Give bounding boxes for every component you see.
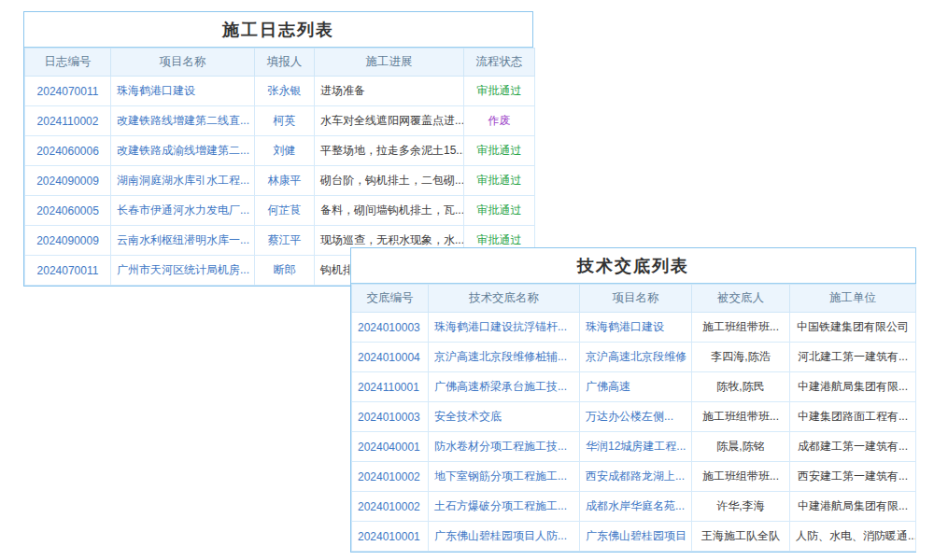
- project-name-link[interactable]: 改建铁路成渝线增建第二...: [117, 144, 249, 157]
- column-header-project: 项目名称: [580, 285, 692, 313]
- reporter-link[interactable]: 何芷茛: [268, 203, 302, 217]
- disclosure-table-row[interactable]: 2024010003 珠海鹤港口建设抗浮锚杆... 珠海鹤港口建设 施工班组带班…: [352, 313, 916, 343]
- disclosure-id-link[interactable]: 2024010002: [358, 500, 420, 513]
- reporter-link[interactable]: 张永银: [268, 84, 302, 97]
- unit-cell: 中建港航局集团有限...: [790, 492, 916, 522]
- log-id-link[interactable]: 2024090009: [36, 175, 99, 188]
- project-name-link[interactable]: 长春市伊通河水力发电厂...: [117, 203, 249, 217]
- project-name-link[interactable]: 成都水岸华庭名苑...: [586, 499, 685, 512]
- progress-cell: 平整场地，拉走多余泥土15...: [315, 136, 464, 166]
- disclosure-name-link[interactable]: 广东佛山碧桂园项目人防...: [434, 529, 567, 542]
- disclosure-name-link[interactable]: 地下室钢筋分项工程施工...: [434, 469, 567, 483]
- log-id-link[interactable]: 2024110002: [37, 115, 99, 128]
- disclosure-id-link[interactable]: 2024010004: [358, 351, 420, 364]
- disclosure-table-row[interactable]: 2024010002 土石方爆破分项工程施工... 成都水岸华庭名苑... 许华…: [352, 492, 916, 522]
- project-name-link[interactable]: 云南水利枢纽潜明水库一...: [117, 233, 249, 246]
- disclosure-name-link[interactable]: 土石方爆破分项工程施工...: [434, 499, 567, 512]
- reporter-link[interactable]: 刘健: [274, 144, 296, 157]
- column-header-disclosure-id: 交底编号: [352, 285, 429, 313]
- log-id-link[interactable]: 2024060005: [36, 204, 99, 217]
- status-badge: 审批通过: [477, 203, 522, 217]
- column-header-unit: 施工单位: [790, 285, 916, 313]
- progress-cell: 水车对全线遮阳网覆盖点进...: [315, 106, 464, 136]
- log-id-link[interactable]: 2024060006: [36, 145, 99, 158]
- unit-cell: 西安建工第一建筑有...: [790, 462, 916, 492]
- receiver-cell: 施工班组带班...: [692, 313, 790, 343]
- reporter-link[interactable]: 断郎: [274, 263, 296, 276]
- disclosure-table-row[interactable]: 2024110001 广佛高速桥梁承台施工技... 广佛高速 陈牧,陈民 中建港…: [352, 372, 916, 402]
- reporter-link[interactable]: 柯英: [274, 114, 296, 127]
- log-id-link[interactable]: 2024090009: [36, 234, 99, 247]
- receiver-cell: 陈牧,陈民: [692, 372, 790, 402]
- column-header-receiver: 被交底人: [692, 285, 790, 313]
- unit-cell: 人防、水电、消防暖通...: [790, 522, 916, 552]
- disclosure-name-link[interactable]: 京沪高速北京段维修桩辅...: [434, 350, 567, 363]
- project-name-link[interactable]: 万达办公楼左侧...: [586, 410, 673, 423]
- column-header-log-id: 日志编号: [25, 49, 111, 77]
- unit-cell: 中建港航局集团有限...: [790, 372, 916, 402]
- project-name-link[interactable]: 湖南洞庭湖水库引水工程...: [117, 174, 249, 187]
- project-name-link[interactable]: 广佛高速: [586, 380, 630, 393]
- unit-cell: 成都建工第一建筑有...: [790, 432, 916, 462]
- project-name-link[interactable]: 西安成都路龙湖上...: [586, 469, 685, 483]
- construction-log-title: 施工日志列表: [24, 12, 532, 48]
- column-header-project: 项目名称: [111, 49, 255, 77]
- unit-cell: 中国铁建集团有限公司: [790, 313, 916, 343]
- receiver-cell: 施工班组带班...: [692, 462, 790, 492]
- disclosure-id-link[interactable]: 2024010002: [358, 470, 420, 483]
- disclosure-name-link[interactable]: 安全技术交底: [434, 410, 502, 423]
- project-name-link[interactable]: 改建铁路线增建第二线直...: [117, 114, 249, 127]
- disclosure-id-link[interactable]: 2024040001: [358, 441, 420, 454]
- project-name-link[interactable]: 珠海鹤港口建设: [586, 320, 664, 333]
- column-header-disclosure-name: 技术交底名称: [429, 285, 580, 313]
- disclosure-id-link[interactable]: 2024010003: [358, 321, 420, 334]
- reporter-link[interactable]: 林康平: [268, 174, 302, 187]
- log-table-row[interactable]: 2024070011 珠海鹤港口建设 张永银 进场准备 审批通过: [25, 77, 535, 106]
- project-name-link[interactable]: 广州市天河区统计局机房...: [117, 263, 249, 276]
- receiver-cell: 李四海,陈浩: [692, 343, 790, 372]
- page-canvas: 施工日志列表 日志编号 项目名称 填报人 施工进展 流程状态 202407001…: [0, 0, 934, 560]
- log-table-row[interactable]: 2024060005 长春市伊通河水力发电厂... 何芷茛 备料，砌间墙钩机排土…: [25, 196, 535, 226]
- technical-disclosure-panel: 技术交底列表 交底编号 技术交底名称 项目名称 被交底人 施工单位 202401…: [350, 247, 916, 553]
- log-id-link[interactable]: 2024070011: [37, 85, 99, 98]
- technical-disclosure-title: 技术交底列表: [351, 248, 915, 284]
- unit-cell: 中建集团路面工程有...: [790, 402, 916, 432]
- disclosure-id-link[interactable]: 2024010003: [358, 411, 420, 424]
- log-table-row[interactable]: 2024090009 湖南洞庭湖水库引水工程... 林康平 砌台阶，钩机排土，二…: [25, 166, 535, 196]
- disclosure-id-link[interactable]: 2024110001: [358, 381, 419, 394]
- disclosure-id-link[interactable]: 2024010001: [358, 530, 420, 543]
- unit-cell: 河北建工第一建筑有...: [790, 343, 916, 372]
- column-header-reporter: 填报人: [255, 49, 315, 77]
- project-name-link[interactable]: 珠海鹤港口建设: [117, 84, 195, 97]
- disclosure-table-row[interactable]: 2024010004 京沪高速北京段维修桩辅... 京沪高速北京段维修 李四海,…: [352, 343, 916, 372]
- log-table-row[interactable]: 2024060006 改建铁路成渝线增建第二... 刘健 平整场地，拉走多余泥土…: [25, 136, 535, 166]
- log-header-row: 日志编号 项目名称 填报人 施工进展 流程状态: [25, 49, 535, 77]
- status-badge: 审批通过: [477, 144, 522, 157]
- construction-log-panel: 施工日志列表 日志编号 项目名称 填报人 施工进展 流程状态 202407001…: [23, 11, 533, 287]
- status-badge: 审批通过: [477, 233, 522, 246]
- disclosure-table-row[interactable]: 2024010001 广东佛山碧桂园项目人防... 广东佛山碧桂园项目 王海施工…: [352, 522, 916, 552]
- receiver-cell: 施工班组带班...: [692, 402, 790, 432]
- progress-cell: 备料，砌间墙钩机排土，瓦...: [315, 196, 464, 226]
- disclosure-name-link[interactable]: 防水卷材分项工程施工技...: [434, 440, 567, 453]
- progress-cell: 进场准备: [315, 77, 464, 106]
- project-name-link[interactable]: 广东佛山碧桂园项目: [586, 529, 686, 542]
- column-header-status: 流程状态: [464, 49, 535, 77]
- log-table-row[interactable]: 2024110002 改建铁路线增建第二线直... 柯英 水车对全线遮阳网覆盖点…: [25, 106, 535, 136]
- disclosure-name-link[interactable]: 珠海鹤港口建设抗浮锚杆...: [434, 320, 567, 333]
- receiver-cell: 陈晨,陈铭: [692, 432, 790, 462]
- disclosure-header-row: 交底编号 技术交底名称 项目名称 被交底人 施工单位: [352, 285, 916, 313]
- disclosure-name-link[interactable]: 广佛高速桥梁承台施工技...: [434, 380, 567, 393]
- technical-disclosure-table: 交底编号 技术交底名称 项目名称 被交底人 施工单位 2024010003 珠海…: [351, 284, 916, 552]
- log-id-link[interactable]: 2024070011: [37, 264, 99, 277]
- disclosure-table-row[interactable]: 2024040001 防水卷材分项工程施工技... 华润12城房建工程... 陈…: [352, 432, 916, 462]
- disclosure-table-row[interactable]: 2024010003 安全技术交底 万达办公楼左侧... 施工班组带班... 中…: [352, 402, 916, 432]
- progress-cell: 砌台阶，钩机排土，二包砌...: [315, 166, 464, 196]
- column-header-progress: 施工进展: [315, 49, 464, 77]
- project-name-link[interactable]: 华润12城房建工程...: [586, 440, 686, 453]
- disclosure-table-row[interactable]: 2024010002 地下室钢筋分项工程施工... 西安成都路龙湖上... 施工…: [352, 462, 916, 492]
- reporter-link[interactable]: 蔡江平: [268, 233, 302, 246]
- status-badge: 审批通过: [477, 84, 522, 97]
- status-badge: 作废: [488, 114, 511, 127]
- project-name-link[interactable]: 京沪高速北京段维修: [586, 350, 686, 363]
